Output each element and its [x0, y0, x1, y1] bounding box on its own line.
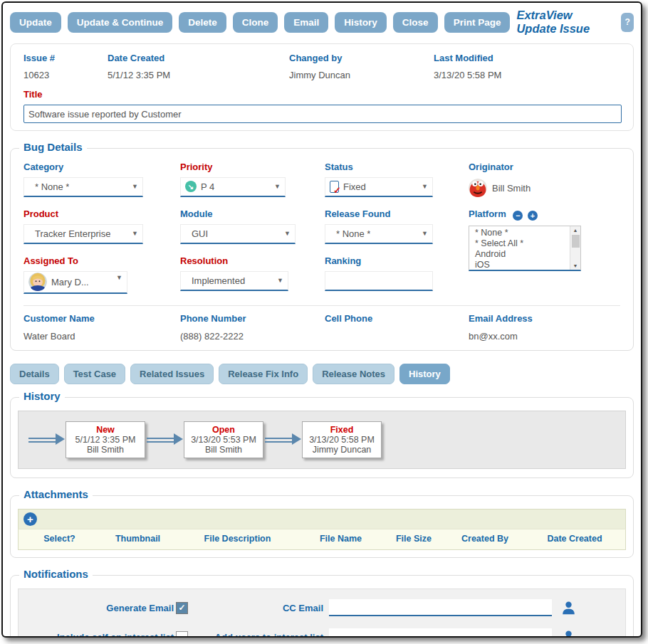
- issue-info-field: Changed by Jimmy Duncan: [289, 53, 434, 80]
- field-label: Changed by: [289, 53, 434, 63]
- select-cc-user-icon[interactable]: [561, 601, 576, 616]
- platform-scrollbar[interactable]: ▲ ▼: [570, 226, 580, 270]
- attachments-column-header: File Description: [175, 534, 300, 544]
- attachments-column-header: Select?: [19, 534, 100, 544]
- originator-value: Bill Smith: [492, 183, 531, 194]
- field-label: Customer Name: [23, 313, 180, 324]
- workflow-date: 3/13/20 5:53 PM: [191, 435, 256, 445]
- workflow-user: Bill Smith: [191, 445, 256, 455]
- platform-option[interactable]: * Select All *: [475, 238, 570, 249]
- toolbar-button[interactable]: History: [335, 12, 387, 33]
- tab[interactable]: Release Notes: [313, 364, 394, 384]
- attachments-column-header: Created By: [446, 534, 524, 544]
- category-select[interactable]: * None * ▼: [23, 177, 143, 197]
- platform-option[interactable]: Android: [475, 249, 570, 260]
- assigned-to-field: Assigned To Mary D... ▼: [23, 255, 180, 294]
- ranking-input[interactable]: [325, 271, 433, 291]
- originator-avatar: [469, 179, 487, 197]
- generate-email-label: Generate Email: [27, 603, 174, 613]
- category-label: Category: [23, 162, 180, 172]
- attachments-column-header: Date Created: [524, 534, 625, 544]
- assigned-to-select[interactable]: Mary D... ▼: [23, 271, 127, 294]
- top-toolbar: UpdateUpdate & ContinueDeleteCloneEmailH…: [3, 3, 641, 40]
- tab-bar: DetailsTest CaseRelated IssuesRelease Fi…: [3, 359, 641, 386]
- scrollbar-thumb[interactable]: [572, 235, 580, 248]
- attachments-toolbar: +: [18, 509, 626, 529]
- workflow-status-box: Fixed 3/13/20 5:58 PM Jimmy Duncan: [302, 421, 382, 458]
- scroll-down-icon[interactable]: ▼: [573, 262, 578, 270]
- release-found-field: Release Found * None * ▼: [325, 208, 469, 244]
- field-label: Email Address: [469, 313, 620, 324]
- attachments-header: Select?ThumbnailFile DescriptionFile Nam…: [18, 529, 626, 550]
- field-value: 3/13/20 5:58 PM: [434, 70, 501, 80]
- generate-email-checkbox[interactable]: [176, 602, 188, 614]
- add-attachment-button[interactable]: +: [23, 512, 37, 526]
- field-label: Cell Phone: [325, 313, 469, 324]
- workflow-status-box: New 5/1/12 3:35 PM Bill Smith: [66, 421, 145, 458]
- add-platform-icon[interactable]: +: [528, 211, 538, 221]
- ranking-field: Ranking: [325, 255, 469, 294]
- include-self-checkbox[interactable]: [176, 631, 188, 638]
- tab[interactable]: Release Fix Info: [219, 364, 308, 384]
- tab[interactable]: Related Issues: [130, 364, 214, 384]
- assigned-to-label: Assigned To: [23, 255, 180, 266]
- toolbar-button[interactable]: Print Page: [444, 12, 511, 33]
- attachments-column-header: File Size: [382, 534, 446, 544]
- tab[interactable]: Test Case: [64, 364, 125, 384]
- product-select[interactable]: Tracker Enterprise ▼: [23, 224, 143, 244]
- workflow-step: Fixed 3/13/20 5:58 PM Jimmy Duncan: [263, 421, 382, 458]
- module-select[interactable]: GUI ▼: [180, 224, 296, 244]
- chevron-down-icon: ▼: [274, 183, 281, 190]
- field-value: (888) 822-2222: [180, 331, 244, 342]
- workflow-arrow-icon: [28, 438, 56, 443]
- workflow-status: New: [73, 425, 138, 435]
- toolbar-button[interactable]: Email: [284, 12, 328, 33]
- platform-option[interactable]: * None *: [475, 228, 570, 238]
- scroll-up-icon[interactable]: ▲: [573, 226, 578, 234]
- workflow-step: Open 3/13/20 5:53 PM Bill Smith: [145, 421, 263, 458]
- chevron-down-icon: ▼: [284, 230, 291, 237]
- issue-info-panel: Issue # 10623 Date Created 5/1/12 3:35 P…: [10, 43, 634, 131]
- release-found-label: Release Found: [325, 208, 469, 219]
- chevron-down-icon: ▼: [116, 274, 122, 281]
- tab[interactable]: Details: [10, 364, 59, 384]
- product-field: Product Tracker Enterprise ▼: [23, 208, 180, 244]
- toolbar-button[interactable]: Close: [393, 12, 438, 33]
- module-field: Module GUI ▼: [180, 208, 325, 244]
- field-value: Water Board: [23, 331, 75, 342]
- customer-field: Customer Name Water Board: [23, 313, 180, 342]
- workflow-user: Bill Smith: [73, 445, 138, 455]
- history-legend: History: [19, 390, 65, 402]
- tab[interactable]: History: [399, 364, 450, 384]
- toolbar-button[interactable]: Update & Continue: [68, 12, 173, 33]
- status-select[interactable]: ✓ Fixed ▼: [325, 177, 433, 197]
- release-found-select[interactable]: * None * ▼: [325, 224, 433, 244]
- toolbar-button[interactable]: Update: [10, 12, 61, 33]
- title-input[interactable]: [23, 105, 622, 123]
- field-value: 5/1/12 3:35 PM: [108, 70, 170, 80]
- select-interest-user-icon[interactable]: [561, 630, 576, 638]
- remove-platform-icon[interactable]: −: [513, 211, 523, 221]
- platform-label: Platform: [469, 208, 506, 219]
- toolbar-button[interactable]: Delete: [179, 12, 226, 33]
- add-users-input[interactable]: [329, 628, 552, 638]
- cc-email-input[interactable]: [329, 599, 552, 616]
- workflow-date: 3/13/20 5:58 PM: [309, 435, 375, 445]
- platform-option[interactable]: iOS: [475, 260, 570, 270]
- customer-field: Email Address bn@xx.com: [469, 313, 620, 342]
- customer-field: Phone Number (888) 822-2222: [180, 313, 325, 342]
- notifications-legend: Notifications: [19, 568, 93, 580]
- notifications-section: Notifications Generate Email CC Email In…: [10, 575, 634, 638]
- attachments-legend: Attachments: [19, 488, 93, 500]
- toolbar-button[interactable]: Clone: [233, 12, 278, 33]
- field-label: Issue #: [23, 53, 108, 63]
- resolution-select[interactable]: Implemented ▼: [180, 271, 288, 291]
- bug-details-section: Bug Details Category * None * ▼ Priority…: [10, 148, 634, 351]
- attachments-section: Attachments + Select?ThumbnailFile Descr…: [10, 495, 634, 558]
- platform-listbox[interactable]: * None ** Select All *AndroidiOS ▲ ▼: [469, 226, 581, 271]
- originator-label: Originator: [469, 162, 620, 172]
- workflow-panel: New 5/1/12 3:35 PM Bill Smith Open 3/13/…: [18, 411, 626, 469]
- priority-select[interactable]: ↘ P 4 ▼: [180, 177, 286, 197]
- field-label: Date Created: [108, 53, 289, 63]
- help-button[interactable]: ?: [621, 13, 634, 32]
